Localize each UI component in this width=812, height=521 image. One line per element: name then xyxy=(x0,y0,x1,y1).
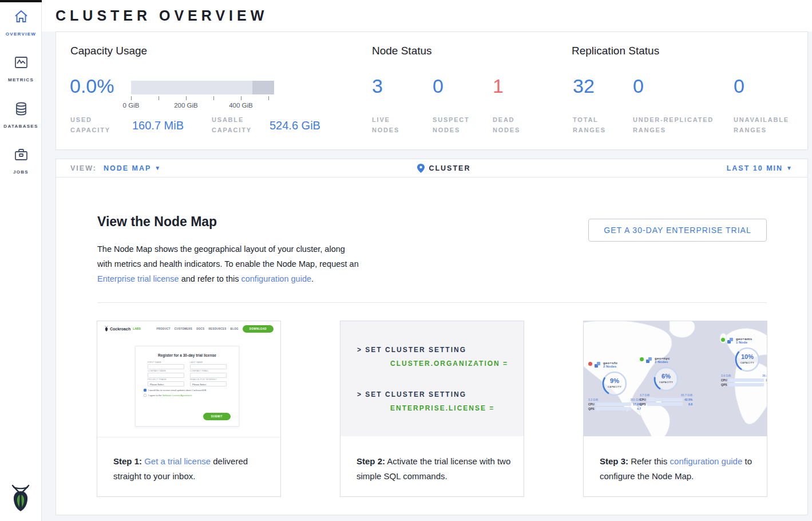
chevron-down-icon[interactable]: ▼ xyxy=(786,165,793,171)
configuration-guide-link[interactable]: configuration guide xyxy=(241,274,311,283)
mini-field-label: COMPANY EMAIL xyxy=(190,370,227,372)
mini-input xyxy=(148,364,184,369)
sidebar-item-label: METRICS xyxy=(8,77,34,82)
step1-caption: Step 1: Get a trial license delivered st… xyxy=(113,454,268,484)
node-locality-badge-ams: geo=ams 1 Node 10% CAPACITY 3.6 GiB36.4 … xyxy=(721,337,767,386)
mini-field-label: PROJECT PHASE xyxy=(148,378,184,381)
sidebar-item-overview[interactable]: OVERVIEW xyxy=(0,9,42,38)
used-capacity-value: 160.7 MiB xyxy=(132,119,184,132)
mini-field-label: COMPANY NAME xyxy=(148,370,184,372)
chevron-down-icon[interactable]: ▼ xyxy=(155,165,161,171)
qps-sparkline xyxy=(647,402,683,406)
description-text: . xyxy=(311,274,314,283)
sidebar-item-databases[interactable]: DATABASES xyxy=(0,101,42,130)
cockroach-logo[interactable] xyxy=(8,484,33,512)
mini-site-nav: PRODUCT CUSTOMERS DOCS RESOURCES BLOG DO… xyxy=(156,325,274,333)
registration-screenshot: Cockroach LABS PRODUCT CUSTOMERS DOCS RE… xyxy=(97,321,280,437)
mini-nav-item: RESOURCES xyxy=(208,327,226,330)
step1-label: Step 1: xyxy=(113,456,142,466)
time-range-selector[interactable]: LAST 10 MIN xyxy=(727,164,783,172)
mini-logo-name: Cockroach xyxy=(110,327,130,331)
mini-checkbox-label: I would like to receive email updates ab… xyxy=(148,389,207,392)
status-dot-green xyxy=(640,357,644,361)
badge-nodes-label: 1 Node xyxy=(736,341,752,344)
sidebar-item-jobs[interactable]: JOBS xyxy=(0,147,42,176)
capacity-percent: 0.0% xyxy=(70,75,114,97)
node-locality-badge-nyc: geo=nyc 2 Nodes 6% CAPACITY 3.7 GiB65.7 … xyxy=(640,357,692,406)
capacity-bar-reserved-segment xyxy=(252,81,274,94)
node-status-title: Node Status xyxy=(372,45,432,57)
badge-nodes-label: 2 Nodes xyxy=(655,360,670,364)
mini-registration-form: Register for a 30-day trial license FIRS… xyxy=(135,346,239,427)
badge-used: 3.6 GiB xyxy=(721,374,731,377)
mini-nav-item: BLOG xyxy=(231,327,239,330)
step3-card: geo=sfo 2 Nodes 9% CAPACITY 3.2 GiB351 G… xyxy=(583,321,767,497)
unavailable-ranges-value: 0 xyxy=(734,75,744,97)
status-dot-red xyxy=(588,362,592,366)
mini-input xyxy=(190,364,227,369)
home-icon xyxy=(14,9,29,24)
unavailable-ranges-label: UNAVAILABLERANGES xyxy=(734,115,789,135)
live-nodes-value: 3 xyxy=(372,75,383,97)
mini-submit-button: SUBMIT xyxy=(203,413,231,420)
mini-nav-item: CUSTOMERS xyxy=(175,327,192,330)
axis-tick-label: 0 GiB xyxy=(123,102,140,109)
view-bar: VIEW: NODE MAP ▼ CLUSTER LAST 10 MIN ▼ xyxy=(56,159,808,177)
code-line: ENTERPRISE.LICENSE = xyxy=(390,404,494,412)
enterprise-trial-license-link[interactable]: Enterprise trial license xyxy=(97,274,179,283)
sidebar-item-label: JOBS xyxy=(13,169,29,175)
capacity-bar xyxy=(131,81,274,94)
node-map-preview: geo=sfo 2 Nodes 9% CAPACITY 3.2 GiB351 G… xyxy=(584,321,767,436)
mini-site-header: Cockroach LABS PRODUCT CUSTOMERS DOCS RE… xyxy=(97,321,280,336)
axis-tick xyxy=(241,96,241,100)
usable-capacity-value: 524.6 GiB xyxy=(270,119,320,132)
mini-form-title: Register for a 30-day trial license xyxy=(136,353,239,357)
metrics-icon xyxy=(14,55,29,70)
cpu-sparkline xyxy=(596,402,631,406)
axis-tick xyxy=(186,96,187,100)
usable-capacity-label: USABLECAPACITY xyxy=(212,115,252,135)
get-trial-license-link[interactable]: Get a trial license xyxy=(144,456,211,466)
axis-tick xyxy=(131,96,132,100)
mini-checkbox-unchecked xyxy=(144,394,146,397)
view-selector[interactable]: NODE MAP xyxy=(104,164,151,172)
nodes-icon xyxy=(727,337,734,345)
sidebar-item-metrics[interactable]: METRICS xyxy=(0,55,42,84)
node-map-description: The Node Map shows the geographical layo… xyxy=(97,242,359,286)
badge-total: 65.7 GiB xyxy=(681,393,692,397)
code-line: CLUSTER.ORGANIZATION = xyxy=(390,360,508,368)
step3-label: Step 3: xyxy=(600,456,628,466)
capacity-gauge: 9% CAPACITY xyxy=(601,370,628,397)
badge-nodes-label: 2 Nodes xyxy=(603,365,617,368)
mini-field-label: FIRST NAME xyxy=(148,361,184,364)
axis-tick xyxy=(213,96,214,100)
axis-tick-label: 400 GiB xyxy=(229,102,253,109)
mini-nav-item: DOCS xyxy=(196,327,204,330)
mini-cockroach-labs-logo: Cockroach LABS xyxy=(104,326,141,331)
live-nodes-label: LIVENODES xyxy=(372,115,399,135)
cluster-summary-panel: Capacity Usage 0.0% 0 GiB 200 GiB 400 Gi… xyxy=(56,31,808,150)
breadcrumb-cluster: CLUSTER xyxy=(429,164,470,172)
mini-select: Please Select xyxy=(190,381,227,386)
capacity-gauge: 10% CAPACITY xyxy=(734,346,761,373)
mini-field-label: LAST NAME xyxy=(190,361,227,364)
dead-nodes-value: 1 xyxy=(493,75,504,97)
mini-nav-item: PRODUCT xyxy=(156,327,170,330)
mini-checkbox-checked xyxy=(144,389,146,392)
mini-input xyxy=(190,373,227,378)
step2-card: > SET CLUSTER SETTING CLUSTER.ORGANIZATI… xyxy=(340,321,524,497)
code-line: > SET CLUSTER SETTING xyxy=(357,390,466,398)
configuration-guide-link[interactable]: configuration guide xyxy=(670,456,743,466)
jobs-icon xyxy=(14,147,29,162)
nodes-icon xyxy=(594,361,601,369)
step2-caption: Step 2: Activate the trial license with … xyxy=(357,454,511,484)
badge-used: 3.2 GiB xyxy=(588,398,598,401)
mini-checkbox-label: I agree to the Software License Agreemen… xyxy=(148,394,192,397)
qps-sparkline xyxy=(596,407,631,411)
node-locality-badge-sfo: geo=sfo 2 Nodes 9% CAPACITY 3.2 GiB351 G… xyxy=(588,361,641,411)
under-replicated-ranges-value: 0 xyxy=(633,75,644,97)
used-capacity-label: USEDCAPACITY xyxy=(70,115,110,135)
enterprise-trial-button[interactable]: GET A 30-DAY ENTERPRISE TRIAL xyxy=(588,219,767,242)
badge-total: 36.4 GiB xyxy=(762,374,767,377)
nodes-icon xyxy=(645,357,653,364)
